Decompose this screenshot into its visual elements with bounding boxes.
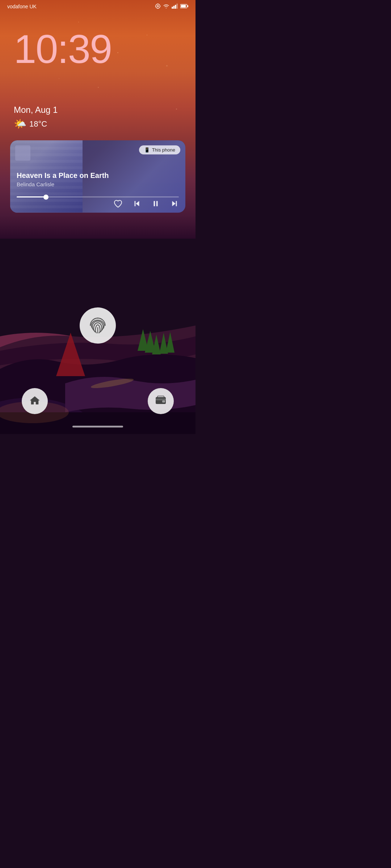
bottom-shortcuts [0,388,196,414]
home-icon [29,395,40,408]
this-phone-badge[interactable]: 📱 This phone [139,145,180,154]
svg-marker-25 [136,201,139,207]
prev-button[interactable] [131,198,143,209]
media-controls [112,198,180,209]
location-icon [155,3,161,10]
svg-rect-33 [162,400,165,403]
fingerprint-icon [88,315,108,336]
media-player-card[interactable]: 📱 This phone Heaven Is a Place on Earth … [10,140,185,213]
clock-time: 10:39 [14,29,112,69]
pause-button[interactable] [150,198,161,209]
weather-row: 🌤️ 18°C [14,118,58,130]
svg-rect-19 [173,6,175,9]
svg-rect-18 [172,7,173,8]
home-indicator [72,426,123,427]
fingerprint-button[interactable] [80,307,116,344]
svg-point-13 [156,4,160,8]
svg-rect-26 [135,201,136,207]
album-art-thumbnail [15,145,30,161]
progress-fill [17,196,46,197]
weather-icon: 🌤️ [14,118,26,130]
song-title: Heaven Is a Place on Earth [17,171,179,180]
svg-rect-32 [156,399,166,400]
this-phone-label: This phone [152,147,175,153]
svg-rect-27 [154,201,155,207]
battery-icon [180,4,188,9]
signal-icon [172,4,178,10]
svg-rect-24 [181,5,186,8]
svg-rect-30 [176,201,177,207]
svg-marker-29 [172,201,176,207]
progress-thumb[interactable] [43,195,49,200]
progress-area[interactable] [17,196,179,197]
svg-point-12 [157,5,159,7]
phone-icon: 📱 [144,147,150,153]
status-bar: vodafone UK [0,0,196,13]
wallet-shortcut-button[interactable] [148,388,174,414]
svg-rect-21 [176,4,178,9]
svg-rect-23 [187,5,188,7]
weather-temperature: 18°C [29,119,47,129]
clock-area: 10:39 [14,29,112,69]
wifi-icon [163,4,169,10]
date-weather-area: Mon, Aug 1 🌤️ 18°C [14,105,58,130]
home-shortcut-button[interactable] [22,388,48,414]
wallet-icon [155,395,167,407]
song-artist: Belinda Carlisle [17,181,179,187]
svg-rect-20 [175,5,176,9]
next-button[interactable] [169,198,180,209]
like-button[interactable] [112,198,124,209]
progress-bar[interactable] [17,196,179,197]
date-text: Mon, Aug 1 [14,105,58,115]
svg-rect-28 [156,201,158,207]
carrier-label: vodafone UK [7,4,37,9]
status-icons [155,3,188,10]
song-info: Heaven Is a Place on Earth Belinda Carli… [17,171,179,187]
